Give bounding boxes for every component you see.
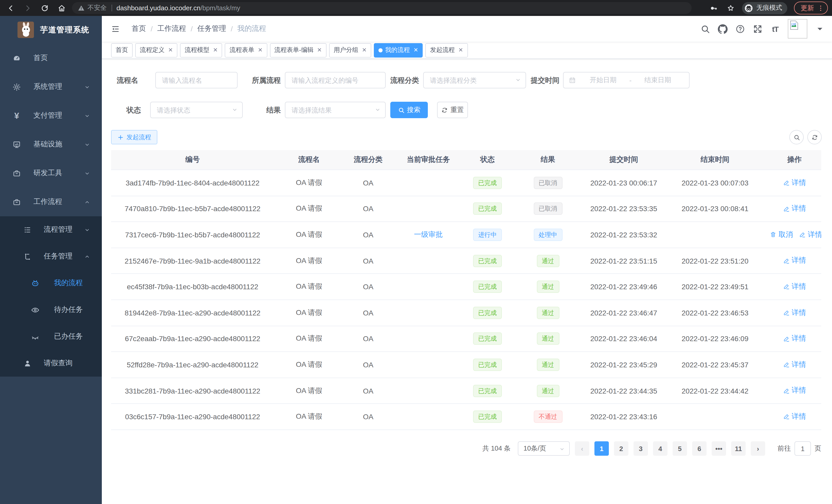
sidebar-item-1[interactable]: 系统管理 xyxy=(0,73,102,101)
yen-icon: ¥ xyxy=(12,111,21,120)
tab-4[interactable]: 流程表单-编辑✕ xyxy=(270,43,326,57)
end-date-placeholder[interactable]: 结束日期 xyxy=(631,76,684,85)
page-button-11[interactable]: 11 xyxy=(731,441,746,456)
tab-2[interactable]: 流程模型✕ xyxy=(180,43,222,57)
breadcrumb-item-1[interactable]: 工作流程 xyxy=(157,24,186,33)
key-icon[interactable] xyxy=(710,4,718,12)
detail-link[interactable]: 详情 xyxy=(783,204,806,213)
sidebar-fold-icon[interactable] xyxy=(110,24,120,34)
back-icon[interactable] xyxy=(7,4,15,12)
detail-link[interactable]: 详情 xyxy=(783,412,806,421)
goto-page-input[interactable] xyxy=(795,441,811,456)
tab-1[interactable]: 流程定义✕ xyxy=(135,43,177,57)
tab-6[interactable]: 我的流程✕ xyxy=(374,43,423,57)
sidebar-item-4[interactable]: 研发工具 xyxy=(0,159,102,188)
tab-close-icon[interactable]: ✕ xyxy=(258,47,262,53)
tab-close-icon[interactable]: ✕ xyxy=(317,47,322,53)
result-select[interactable] xyxy=(285,102,386,118)
status-select-input[interactable] xyxy=(150,102,243,118)
submit-time-range[interactable]: 开始日期 - 结束日期 xyxy=(563,72,690,88)
page-more-button[interactable]: ••• xyxy=(712,441,726,456)
detail-link[interactable]: 详情 xyxy=(783,178,806,187)
update-button[interactable]: 更新 xyxy=(794,2,828,15)
sidebar-item-2[interactable]: ¥支付管理 xyxy=(0,101,102,130)
sidebar-item-11[interactable]: 请假查询 xyxy=(0,350,102,376)
reset-button[interactable]: 重置 xyxy=(437,102,468,118)
tab-3[interactable]: 流程表单✕ xyxy=(225,43,267,57)
tab-close-icon[interactable]: ✕ xyxy=(213,47,217,53)
page-button-5[interactable]: 5 xyxy=(673,441,687,456)
detail-link[interactable]: 详情 xyxy=(783,360,806,369)
reload-icon[interactable] xyxy=(41,4,49,12)
table-row-1: 7470a810-7b9b-11ec-b5b7-acde48001122OA 请… xyxy=(111,196,821,222)
detail-label: 详情 xyxy=(791,334,806,343)
tab-7[interactable]: 发起流程✕ xyxy=(425,43,468,57)
next-page-button[interactable]: › xyxy=(751,441,765,456)
page-button-4[interactable]: 4 xyxy=(653,441,668,456)
sidebar-item-5[interactable]: 工作流程 xyxy=(0,188,102,216)
cell-actions: 详情 xyxy=(768,204,821,214)
url-bar[interactable]: 不安全 dashboard.yudao.iocoder.cn/bpm/task/… xyxy=(72,2,692,14)
refresh-table-button[interactable] xyxy=(807,130,822,144)
tab-close-icon[interactable]: ✕ xyxy=(413,47,418,53)
page-button-3[interactable]: 3 xyxy=(633,441,648,456)
question-icon[interactable] xyxy=(735,24,745,34)
show-search-button[interactable] xyxy=(789,130,804,144)
search-button[interactable]: 搜索 xyxy=(390,102,428,118)
sidebar-item-7[interactable]: 任务管理 xyxy=(0,243,102,270)
search-icon[interactable] xyxy=(700,24,710,34)
user-icon xyxy=(23,359,32,368)
tab-5[interactable]: 用户分组✕ xyxy=(329,43,371,57)
detail-link[interactable]: 详情 xyxy=(783,256,806,265)
cell-process-name: OA 请假 xyxy=(274,178,344,188)
breadcrumb-item-2[interactable]: 任务管理 xyxy=(198,24,226,33)
page-size-select[interactable]: 10条/页 xyxy=(518,441,570,456)
breadcrumb-item-0[interactable]: 首页 xyxy=(132,24,146,33)
sidebar-item-8[interactable]: 我的流程 xyxy=(0,270,102,297)
detail-label: 详情 xyxy=(791,256,806,265)
page-button-2[interactable]: 2 xyxy=(614,441,628,456)
bookmark-star-icon[interactable] xyxy=(727,4,735,12)
tab-0[interactable]: 首页 xyxy=(111,43,133,57)
cell-status: 已完成 xyxy=(464,411,511,423)
detail-link[interactable]: 详情 xyxy=(783,334,806,343)
process-name-input[interactable] xyxy=(155,72,238,88)
avatar-caret-icon[interactable] xyxy=(815,24,825,34)
incognito-icon xyxy=(744,3,753,12)
sidebar-item-3[interactable]: 基础设施 xyxy=(0,130,102,159)
avatar[interactable] xyxy=(788,19,807,38)
create-process-button[interactable]: 发起流程 xyxy=(111,130,157,144)
detail-link[interactable]: 详情 xyxy=(783,308,806,317)
fullscreen-icon[interactable] xyxy=(753,24,762,34)
start-date-placeholder[interactable]: 开始日期 xyxy=(577,76,629,85)
tab-close-icon[interactable]: ✕ xyxy=(459,47,463,53)
category-select-input[interactable] xyxy=(423,72,526,88)
page-button-6[interactable]: 6 xyxy=(692,441,706,456)
detail-link[interactable]: 详情 xyxy=(783,282,806,291)
current-task-link[interactable]: 一级审批 xyxy=(414,230,443,240)
prev-page-button[interactable]: ‹ xyxy=(575,441,589,456)
category-select[interactable] xyxy=(423,72,526,88)
browser-menu-icon[interactable] xyxy=(817,4,824,11)
chevron-down-icon xyxy=(559,446,565,452)
fontsize-icon[interactable]: tT xyxy=(770,24,780,34)
tab-close-icon[interactable]: ✕ xyxy=(168,47,173,53)
cell-category: OA xyxy=(344,257,392,265)
result-select-input[interactable] xyxy=(285,102,386,118)
tab-close-icon[interactable]: ✕ xyxy=(362,47,367,53)
github-icon[interactable] xyxy=(718,24,728,34)
cancel-link[interactable]: 取消 xyxy=(770,230,793,239)
sidebar-item-0[interactable]: 首页 xyxy=(0,44,102,73)
detail-link[interactable]: 详情 xyxy=(799,230,821,239)
process-def-input[interactable] xyxy=(285,72,386,88)
sidebar-item-10[interactable]: 已办任务 xyxy=(0,323,102,350)
home-icon[interactable] xyxy=(58,4,66,12)
forward-icon[interactable] xyxy=(24,4,32,12)
cell-id: 2152467e-7b9b-11ec-9a1b-acde48001122 xyxy=(111,257,274,265)
status-select[interactable] xyxy=(150,102,243,118)
sidebar-item-9[interactable]: 待办任务 xyxy=(0,297,102,323)
detail-link[interactable]: 详情 xyxy=(783,386,806,395)
sidebar-item-6[interactable]: 流程管理 xyxy=(0,216,102,243)
page-button-1[interactable]: 1 xyxy=(594,441,609,456)
update-label: 更新 xyxy=(801,3,814,12)
